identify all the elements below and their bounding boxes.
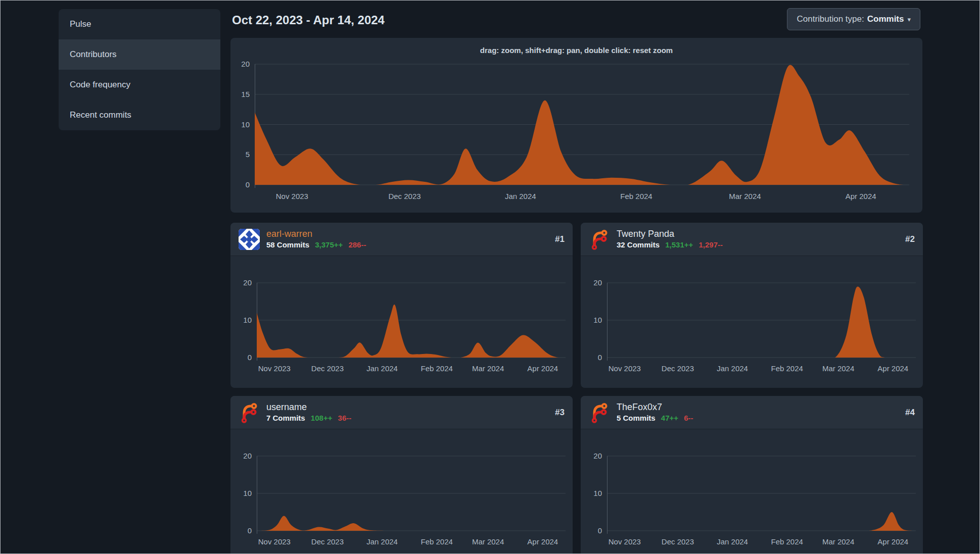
svg-text:Jan 2024: Jan 2024 — [366, 364, 398, 373]
deletions-count: 286-- — [348, 240, 366, 249]
svg-text:Feb 2024: Feb 2024 — [421, 364, 453, 373]
identicon-avatar-icon — [239, 229, 260, 250]
contributor-commits-chart[interactable]: 01020Nov 2023Dec 2023Jan 2024Feb 2024Mar… — [230, 256, 573, 388]
rank-badge: #2 — [905, 234, 915, 244]
svg-text:5: 5 — [246, 150, 250, 159]
contributor-identity: earl-warren 58 Commits 3,375++ 286-- — [266, 228, 366, 250]
commit-count: 7 Commits — [266, 414, 305, 422]
svg-text:Feb 2024: Feb 2024 — [771, 364, 803, 373]
contributor-card-4: TheFox0x7 5 Commits 47++ 6-- #4 01020Nov… — [581, 396, 923, 554]
contributor-name-link[interactable]: earl-warren — [266, 228, 366, 240]
svg-text:Feb 2024: Feb 2024 — [421, 537, 453, 546]
svg-text:20: 20 — [243, 451, 252, 460]
rank-badge: #1 — [555, 234, 565, 244]
contributor-card-2: Twenty Panda 32 Commits 1,531++ 1,297-- … — [581, 223, 923, 388]
svg-text:20: 20 — [593, 451, 602, 460]
additions-count: 1,531++ — [665, 240, 693, 249]
svg-text:Apr 2024: Apr 2024 — [527, 364, 558, 373]
svg-text:Mar 2024: Mar 2024 — [729, 192, 761, 200]
svg-text:0: 0 — [248, 526, 252, 535]
svg-text:0: 0 — [598, 353, 602, 362]
deletions-count: 36-- — [338, 414, 352, 422]
chart-canvas: 01020Nov 2023Dec 2023Jan 2024Feb 2024Mar… — [581, 429, 923, 554]
contributor-card-header: username 7 Commits 108++ 36-- #3 — [230, 396, 573, 429]
sidebar-item-code-frequency[interactable]: Code frequency — [59, 70, 220, 100]
svg-text:Dec 2023: Dec 2023 — [662, 364, 694, 373]
svg-text:Apr 2024: Apr 2024 — [877, 364, 908, 373]
sidebar-item-recent-commits[interactable]: Recent commits — [59, 100, 220, 130]
svg-text:15: 15 — [241, 90, 250, 98]
svg-text:Mar 2024: Mar 2024 — [472, 364, 504, 373]
contributor-stats: 58 Commits 3,375++ 286-- — [266, 240, 366, 250]
deletions-count: 6-- — [684, 414, 693, 422]
contributor-commits-chart[interactable]: 01020Nov 2023Dec 2023Jan 2024Feb 2024Mar… — [581, 256, 923, 388]
svg-text:0: 0 — [248, 353, 252, 362]
svg-text:Nov 2023: Nov 2023 — [609, 364, 641, 373]
overall-chart-panel: drag: zoom, shift+drag: pan, double clic… — [230, 38, 922, 213]
svg-text:Dec 2023: Dec 2023 — [662, 537, 694, 546]
rank-badge: #4 — [905, 408, 915, 418]
contributor-stats: 7 Commits 108++ 36-- — [266, 413, 351, 423]
contribution-type-dropdown[interactable]: Contribution type: Commits ▾ — [787, 8, 920, 30]
svg-text:20: 20 — [593, 278, 602, 287]
additions-count: 3,375++ — [315, 240, 343, 249]
contributor-identity: Twenty Panda 32 Commits 1,531++ 1,297-- — [617, 228, 723, 250]
deletions-count: 1,297-- — [698, 240, 723, 249]
sidebar-menu: Pulse Contributors Code frequency Recent… — [59, 9, 220, 130]
chart-canvas: 05101520Nov 2023Dec 2023Jan 2024Feb 2024… — [230, 56, 922, 213]
contributor-commits-chart[interactable]: 01020Nov 2023Dec 2023Jan 2024Feb 2024Mar… — [581, 429, 923, 554]
contributor-card-1: earl-warren 58 Commits 3,375++ 286-- #1 … — [230, 223, 573, 388]
svg-text:10: 10 — [241, 120, 250, 129]
svg-text:Feb 2024: Feb 2024 — [771, 537, 803, 546]
svg-text:Jan 2024: Jan 2024 — [717, 364, 748, 373]
sidebar-item-contributors[interactable]: Contributors — [59, 39, 220, 70]
forgejo-logo-icon — [589, 229, 610, 250]
svg-text:Mar 2024: Mar 2024 — [822, 364, 854, 373]
overall-commits-chart[interactable]: 05101520Nov 2023Dec 2023Jan 2024Feb 2024… — [230, 56, 922, 213]
svg-text:0: 0 — [598, 526, 602, 535]
svg-text:Nov 2023: Nov 2023 — [258, 537, 291, 546]
chart-canvas: 01020Nov 2023Dec 2023Jan 2024Feb 2024Mar… — [581, 256, 923, 388]
contributor-stats: 32 Commits 1,531++ 1,297-- — [617, 240, 723, 250]
svg-text:Dec 2023: Dec 2023 — [311, 537, 344, 546]
svg-text:10: 10 — [593, 316, 602, 324]
svg-text:Nov 2023: Nov 2023 — [258, 364, 291, 373]
forgejo-logo-icon — [589, 402, 610, 423]
chart-canvas: 01020Nov 2023Dec 2023Jan 2024Feb 2024Mar… — [230, 429, 573, 554]
svg-text:Jan 2024: Jan 2024 — [717, 537, 748, 546]
sidebar-item-pulse[interactable]: Pulse — [59, 9, 220, 39]
chart-zoom-hint: drag: zoom, shift+drag: pan, double clic… — [230, 38, 922, 56]
additions-count: 47++ — [661, 414, 678, 422]
svg-text:Jan 2024: Jan 2024 — [366, 537, 398, 546]
svg-text:Mar 2024: Mar 2024 — [472, 537, 504, 546]
contributor-name-link[interactable]: username — [266, 401, 351, 413]
contributors-page: Pulse Contributors Code frequency Recent… — [0, 0, 980, 554]
date-range-heading: Oct 22, 2023 - Apr 14, 2024 — [232, 9, 385, 31]
contribution-type-value: Commits — [867, 14, 904, 24]
forgejo-logo-icon — [239, 402, 260, 423]
svg-text:Dec 2023: Dec 2023 — [388, 192, 421, 200]
contributor-card-header: Twenty Panda 32 Commits 1,531++ 1,297-- … — [581, 223, 923, 256]
contributor-card-header: TheFox0x7 5 Commits 47++ 6-- #4 — [581, 396, 923, 429]
chevron-down-icon: ▾ — [907, 16, 911, 23]
svg-text:0: 0 — [246, 180, 250, 189]
svg-text:Nov 2023: Nov 2023 — [609, 537, 641, 546]
commit-count: 32 Commits — [617, 240, 660, 249]
additions-count: 108++ — [311, 414, 333, 422]
svg-text:10: 10 — [243, 489, 252, 497]
chart-canvas: 01020Nov 2023Dec 2023Jan 2024Feb 2024Mar… — [230, 256, 573, 388]
svg-text:Jan 2024: Jan 2024 — [505, 192, 536, 200]
commit-count: 5 Commits — [617, 414, 656, 422]
contributor-name-link[interactable]: Twenty Panda — [617, 228, 723, 240]
rank-badge: #3 — [555, 408, 565, 418]
svg-text:Dec 2023: Dec 2023 — [311, 364, 344, 373]
svg-text:20: 20 — [243, 278, 252, 287]
contributor-identity: username 7 Commits 108++ 36-- — [266, 401, 351, 423]
contributor-name-link[interactable]: TheFox0x7 — [617, 401, 693, 413]
svg-text:Apr 2024: Apr 2024 — [846, 192, 876, 200]
contributor-commits-chart[interactable]: 01020Nov 2023Dec 2023Jan 2024Feb 2024Mar… — [230, 429, 573, 554]
svg-text:10: 10 — [243, 316, 252, 324]
contributor-card-3: username 7 Commits 108++ 36-- #3 01020No… — [230, 396, 573, 554]
svg-text:Apr 2024: Apr 2024 — [877, 537, 908, 546]
contributor-identity: TheFox0x7 5 Commits 47++ 6-- — [617, 401, 693, 423]
